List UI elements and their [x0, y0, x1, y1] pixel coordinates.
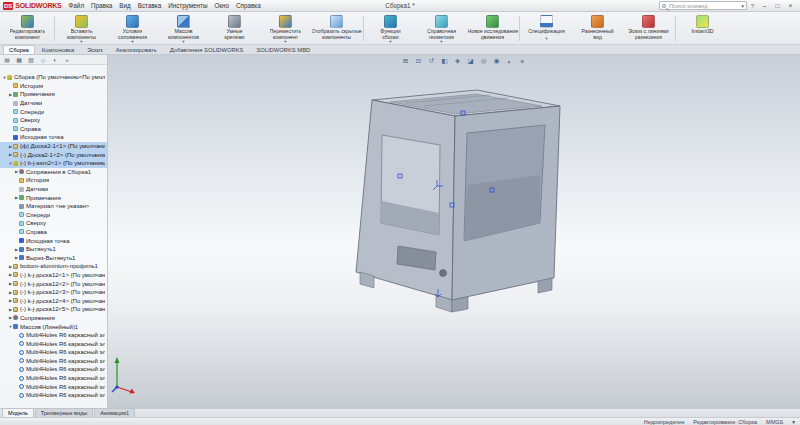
tree-row[interactable]: ▶ Сопряжения в Сборка1 [0, 168, 107, 177]
tree-row[interactable]: Справа [0, 228, 107, 237]
tree-row[interactable]: Сверху [0, 116, 107, 125]
tree-row[interactable]: Датчики [0, 185, 107, 194]
tree-row[interactable]: ▶ Примечания [0, 90, 107, 99]
ribbon-button-reference-geometry[interactable]: Справочная геометрия ▾ [416, 13, 467, 44]
ribbon-tab-5[interactable]: SOLIDWORKS MBD [250, 45, 316, 54]
ribbon-button-insert-components[interactable]: Вставить компоненты ▾ [56, 13, 107, 44]
tree-row[interactable]: История [0, 176, 107, 185]
menu-item[interactable]: Справка [236, 2, 261, 9]
previous-view-icon[interactable]: ↺ [426, 56, 437, 66]
tree-row[interactable]: ▶ (-) k-j-доска12<4> (По умолчанию<<По [0, 296, 107, 305]
tree-row[interactable]: ▶ Сопряжения [0, 314, 107, 323]
menu-item[interactable]: Инструменты [168, 2, 207, 9]
tree-row[interactable]: Multi4Holes R6 каркасный эл-т 04<1> [0, 331, 107, 340]
help-button[interactable]: ? [751, 3, 754, 9]
tree-row[interactable]: ▼ Сборка (По умолчанию<По умолчанию_Сост [0, 73, 107, 82]
ribbon-button-exploded-view[interactable]: Разнесенный вид [572, 13, 623, 44]
ribbon-button-edit-component[interactable]: Редактировать компонент [2, 13, 53, 44]
tree-row[interactable]: ▶ (-) k-j-доска12<2> (По умолчанию<<По [0, 279, 107, 288]
sens-icon [13, 101, 18, 106]
ribbon-button-mate[interactable]: Условия сопряжения ▾ [107, 13, 158, 44]
ribbon-button-label: вид [593, 35, 602, 40]
tree-row[interactable]: Исходная точка [0, 236, 107, 245]
zoom-fit-icon[interactable]: ⊞ [400, 56, 411, 66]
hide-show-items-icon[interactable]: ◎ [478, 56, 489, 66]
ribbon-button-explode-sketch[interactable]: Эскиз с линиями разнесения [623, 13, 674, 44]
tree-row[interactable]: ▶ Вырез-Вытянуть1 [0, 253, 107, 262]
feature-tree: ▼ Сборка (По умолчанию<По умолчанию_Сост… [0, 65, 107, 408]
ribbon-tab-0[interactable]: Сборка [3, 45, 35, 54]
tree-row[interactable]: Датчики [0, 99, 107, 108]
apply-scene-icon[interactable]: ◐ [504, 56, 515, 66]
ribbon-button-bom[interactable]: Спецификация ▾ [521, 13, 572, 44]
menu-item[interactable]: Файл [69, 2, 84, 9]
property-manager-tab-icon[interactable]: ▦ [14, 55, 24, 64]
dimxpert-manager-tab-icon[interactable]: ◇ [38, 55, 48, 64]
tree-row[interactable]: ▼ (-) b-j-asm2<1> (По умолчанию<По умол [0, 159, 107, 168]
document-view-tab[interactable]: Анимация1 [94, 408, 135, 417]
tree-row[interactable]: История [0, 82, 107, 91]
tree-row[interactable]: Спереди [0, 107, 107, 116]
tree-row[interactable]: ▶ (-) k-j-доска12<1> (По умолчанию<<По [0, 271, 107, 280]
dropdown-chevron-icon: ▾ [284, 40, 286, 44]
document-view-tab[interactable]: Трехмерные виды [35, 408, 93, 417]
panel-overflow-icon[interactable]: » [62, 55, 72, 64]
tree-row[interactable]: Исходная точка [0, 133, 107, 142]
view-settings-icon[interactable]: ≡ [517, 56, 528, 66]
view-orientation-icon[interactable]: ◈ [452, 56, 463, 66]
tree-row[interactable]: Справа [0, 125, 107, 134]
graphics-viewport[interactable]: ⊞⊡↺◧◈◪◎◉◐≡ [0, 55, 800, 408]
ribbon-button-motion-study[interactable]: Новое исследование движения [467, 13, 518, 44]
zoom-area-icon[interactable]: ⊡ [413, 56, 424, 66]
ribbon-tab-3[interactable]: Анализировать [110, 45, 163, 54]
tree-row[interactable]: ▶ Вытянуть1 [0, 245, 107, 254]
minimize-button[interactable]: – [758, 0, 771, 11]
feature-manager-tab-icon[interactable]: ▤ [2, 55, 12, 64]
tree-item-label: Справа [20, 126, 41, 132]
edit-appearance-icon[interactable]: ◉ [491, 56, 502, 66]
menu-item[interactable]: Вид [119, 2, 130, 9]
tree-row[interactable]: Multi4Holes R6 каркасный эл-т 04<7> [0, 382, 107, 391]
printer-frame-model[interactable] [340, 83, 575, 318]
close-button[interactable]: × [784, 0, 797, 11]
configuration-manager-tab-icon[interactable]: ▧ [26, 55, 36, 64]
tree-row[interactable]: ▶ (ф) Доска2-1<1> (По умолчанию<<По ум [0, 142, 107, 151]
tree-row[interactable]: ▶ (-) k-j-доска12<3> (По умолчанию<<По [0, 288, 107, 297]
menu-item[interactable]: Правка [91, 2, 112, 9]
tree-row[interactable]: ▶ Примечания [0, 193, 107, 202]
tree-row[interactable]: Multi4Holes R6 каркасный эл-т 04<2> [0, 339, 107, 348]
ribbon-button-show-hidden[interactable]: Отобразить скрытые компоненты [311, 13, 362, 44]
menu-item[interactable]: Вставка [138, 2, 161, 9]
ribbon-button-pattern[interactable]: Массив компонентов ▾ [158, 13, 209, 44]
ribbon-tab-1[interactable]: Компоновка [36, 45, 80, 54]
tree-row[interactable]: Multi4Holes R6 каркасный эл-т 04<5> [0, 365, 107, 374]
tree-row[interactable]: Материал <не указан> [0, 202, 107, 211]
tree-row[interactable]: Multi4Holes R6 каркасный эл-т 04<8> [0, 391, 107, 400]
tree-row[interactable]: ▶ (-) Доска2-1<2> (По умолчанию<<По ум [0, 150, 107, 159]
ribbon-tab-2[interactable]: Эскиз [81, 45, 109, 54]
display-style-icon[interactable]: ◪ [465, 56, 476, 66]
title-bar: DS SOLIDWORKS ФайлПравкаВидВставкаИнстру… [0, 0, 800, 12]
tree-row[interactable]: Multi4Holes R6 каркасный эл-т 04<6> [0, 374, 107, 383]
ribbon-button-move[interactable]: Переместить компонент ▾ [260, 13, 311, 44]
tree-row[interactable]: Multi4Holes R6 каркасный эл-т 04<3> [0, 348, 107, 357]
section-view-icon[interactable]: ◧ [439, 56, 450, 66]
document-view-tab[interactable]: Модель [2, 408, 34, 417]
ribbon-tab-4[interactable]: Добавления SOLIDWORKS [164, 45, 250, 54]
tree-item-label: Примечания [20, 91, 55, 97]
ribbon-button-instant3d[interactable]: Instant3D [677, 13, 728, 44]
ribbon-button-assembly-features[interactable]: Функции сборки ▾ [365, 13, 416, 44]
tree-row[interactable]: ▶ bottom-aluminium-профиль1 [0, 262, 107, 271]
tree-row[interactable]: ▶ (-) k-j-доска12<5> (По умолчанию<<По [0, 305, 107, 314]
display-manager-tab-icon[interactable]: ◐ [50, 55, 60, 64]
tree-row[interactable]: Multi4Holes R6 каркасный эл-т 04<4> [0, 357, 107, 366]
search-chevron-icon[interactable]: ▾ [741, 3, 744, 9]
tree-row[interactable]: ▼ Массив (Линейный)1 [0, 322, 107, 331]
maximize-button[interactable]: □ [771, 0, 784, 11]
tree-row[interactable]: Спереди [0, 211, 107, 220]
tree-item-label: Исходная точка [26, 238, 70, 244]
ribbon-button-fasteners[interactable]: Умные крепежи [209, 13, 260, 44]
tree-row[interactable]: Сверху [0, 219, 107, 228]
menu-item[interactable]: Окно [214, 2, 229, 9]
command-search-input[interactable]: Поиск команд ▾ [659, 1, 747, 10]
